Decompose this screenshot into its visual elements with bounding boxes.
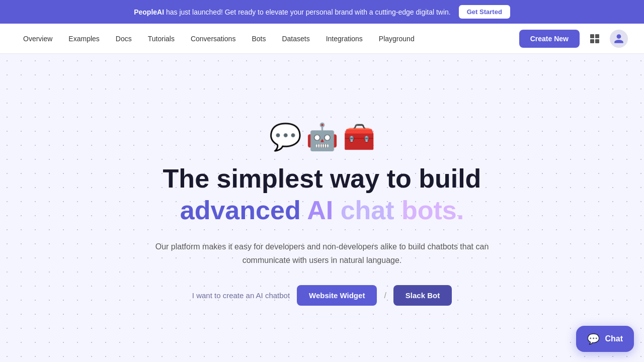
chat-widget[interactable]: 💬 Chat — [576, 326, 634, 352]
layout-toggle-icon[interactable] — [586, 30, 604, 48]
hero-word-chat: chat — [341, 196, 394, 225]
nav-link-playground[interactable]: Playground — [372, 31, 422, 47]
hero-title-line1: The simplest way to build — [163, 164, 481, 194]
nav-link-conversations[interactable]: Conversations — [184, 31, 243, 47]
chat-widget-label: Chat — [605, 334, 623, 343]
robot-emoji: 🤖 — [306, 124, 339, 150]
announcement-text: PeopleAI has just launched! Get ready to… — [134, 8, 451, 16]
hero-icons: 💬 🤖 🧰 — [269, 124, 375, 150]
hero-word-bots: bots. — [401, 196, 464, 225]
chat-widget-icon: 💬 — [587, 333, 600, 345]
announcement-banner: PeopleAI has just launched! Get ready to… — [0, 0, 644, 24]
nav-link-docs[interactable]: Docs — [109, 31, 139, 47]
nav-link-bots[interactable]: Bots — [245, 31, 273, 47]
cta-separator: / — [384, 291, 386, 300]
nav-link-datasets[interactable]: Datasets — [275, 31, 316, 47]
hero-cta-row: I want to create an AI chatbot Website W… — [192, 285, 452, 306]
nav-link-tutorials[interactable]: Tutorials — [141, 31, 182, 47]
hero-title-line2: advanced AI chat bots. — [180, 196, 464, 226]
hero-word-advanced: advanced — [180, 196, 301, 225]
hero-description: Our platform makes it easy for developer… — [151, 240, 493, 267]
create-new-button[interactable]: Create New — [519, 30, 580, 48]
brand-name: PeopleAI — [134, 8, 164, 16]
user-avatar-icon[interactable] — [610, 30, 628, 48]
get-started-button[interactable]: Get Started — [459, 5, 510, 19]
nav-link-integrations[interactable]: Integrations — [319, 31, 370, 47]
nav-link-overview[interactable]: Overview — [16, 31, 59, 47]
nav-links: OverviewExamplesDocsTutorialsConversatio… — [16, 31, 519, 47]
hero-section: 💬 🤖 🧰 The simplest way to build advanced… — [0, 54, 644, 362]
chat-bubble-emoji: 💬 — [269, 124, 302, 150]
toolbox-emoji: 🧰 — [343, 124, 375, 150]
navbar: OverviewExamplesDocsTutorialsConversatio… — [0, 24, 644, 54]
nav-actions: Create New — [519, 30, 628, 48]
website-widget-button[interactable]: Website Widget — [297, 285, 377, 306]
nav-link-examples[interactable]: Examples — [61, 31, 106, 47]
hero-cta-text: I want to create an AI chatbot — [192, 291, 290, 300]
slack-bot-button[interactable]: Slack Bot — [393, 285, 452, 306]
hero-word-ai: AI — [307, 196, 333, 225]
